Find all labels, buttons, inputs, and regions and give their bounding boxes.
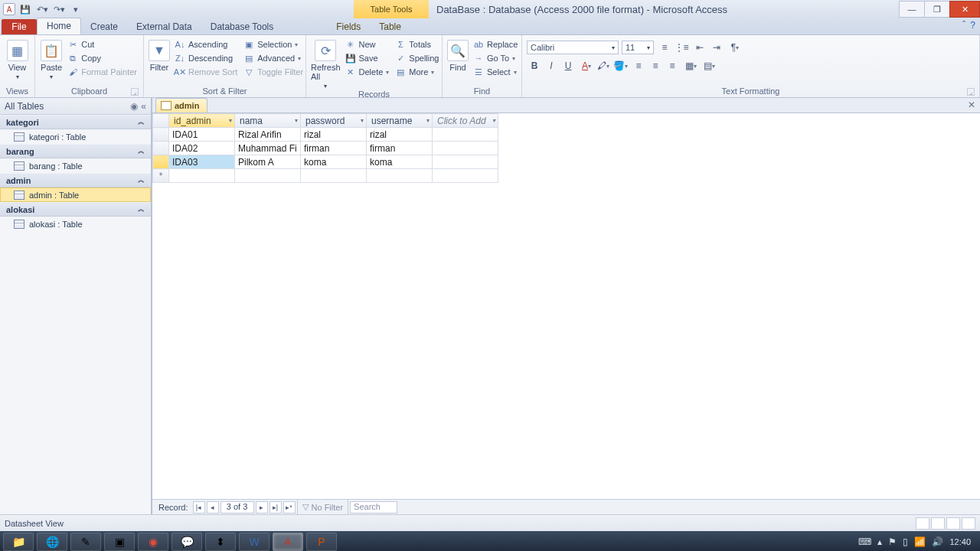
cell[interactable]: rizal bbox=[367, 128, 433, 142]
cell[interactable]: IDA01 bbox=[169, 128, 235, 142]
decrease-indent-button[interactable]: ⇤ bbox=[692, 40, 707, 55]
new-record-nav-button[interactable]: ▸* bbox=[283, 501, 296, 514]
select-all-corner[interactable] bbox=[153, 114, 169, 128]
highlight-button[interactable]: 🖍 bbox=[596, 58, 611, 73]
nav-item[interactable]: alokasi : Table bbox=[0, 217, 151, 231]
cut-button[interactable]: ✂Cut bbox=[66, 38, 139, 51]
column-header-nama[interactable]: nama▾ bbox=[235, 114, 301, 128]
keyboard-icon[interactable]: ⌨ bbox=[858, 536, 871, 547]
remove-sort-button[interactable]: A✕Remove Sort bbox=[173, 66, 239, 78]
gridlines-button[interactable]: ▦ bbox=[683, 58, 698, 73]
alternate-row-button[interactable]: ▤ bbox=[701, 58, 717, 73]
goto-button[interactable]: →Go To bbox=[472, 52, 519, 64]
font-color-button[interactable]: A bbox=[579, 58, 594, 73]
taskbar-app3[interactable]: ⬍ bbox=[205, 533, 236, 551]
tab-database-tools[interactable]: Database Tools bbox=[201, 19, 283, 34]
column-header-username[interactable]: username▾ bbox=[367, 114, 433, 128]
cell[interactable]: firman bbox=[301, 142, 367, 155]
datasheet-view-shortcut[interactable] bbox=[916, 517, 929, 530]
nav-group-kategori[interactable]: kategori︽ bbox=[0, 115, 151, 129]
taskbar-app2[interactable]: ◉ bbox=[138, 533, 168, 551]
paste-button[interactable]: 📋Paste▾ bbox=[40, 37, 63, 80]
column-dropdown-icon[interactable]: ▾ bbox=[361, 117, 364, 124]
close-button[interactable]: ✕ bbox=[949, 1, 980, 18]
datasheet-grid[interactable]: id_admin▾nama▾password▾username▾Click to… bbox=[152, 113, 980, 499]
toggle-filter-button[interactable]: ▽Toggle Filter bbox=[242, 66, 305, 78]
nav-collapse-icon[interactable]: « bbox=[141, 101, 146, 112]
view-button[interactable]: ▦View▾ bbox=[5, 37, 30, 80]
align-left-button[interactable]: ≡ bbox=[631, 58, 646, 73]
save-qat-button[interactable]: 💾 bbox=[18, 2, 32, 16]
format-painter-button[interactable]: 🖌Format Painter bbox=[66, 66, 139, 78]
qat-customize-button[interactable]: ▾ bbox=[69, 2, 83, 16]
fill-color-button[interactable]: 🪣 bbox=[612, 58, 628, 73]
taskbar-powerpoint[interactable]: P bbox=[306, 533, 337, 551]
column-header-id_admin[interactable]: id_admin▾ bbox=[169, 114, 235, 128]
row-selector[interactable] bbox=[153, 142, 169, 155]
nav-header[interactable]: All Tables ◉« bbox=[0, 98, 151, 115]
taskbar-sublime[interactable]: ✎ bbox=[70, 533, 101, 551]
delete-record-button[interactable]: ✕Delete bbox=[344, 66, 391, 78]
cell[interactable] bbox=[433, 128, 498, 142]
ascending-button[interactable]: A↓Ascending bbox=[173, 38, 239, 51]
next-record-button[interactable]: ▸ bbox=[256, 501, 268, 514]
cell[interactable]: Pilkom A bbox=[235, 155, 301, 169]
increase-indent-button[interactable]: ⇥ bbox=[709, 40, 724, 55]
pivotchart-view-shortcut[interactable] bbox=[946, 517, 960, 530]
nav-group-admin[interactable]: admin︽ bbox=[0, 173, 151, 187]
nav-item[interactable]: barang : Table bbox=[0, 158, 151, 173]
align-center-button[interactable]: ≡ bbox=[648, 58, 663, 73]
cell[interactable]: IDA03 bbox=[169, 155, 235, 169]
tab-home[interactable]: Home bbox=[37, 18, 81, 34]
refresh-all-button[interactable]: ⟳Refresh All▾ bbox=[311, 37, 341, 90]
clock[interactable]: 12:40 bbox=[949, 537, 971, 546]
record-position[interactable]: 3 of 3 bbox=[220, 501, 254, 514]
cell[interactable] bbox=[433, 142, 498, 155]
redo-button[interactable]: ↷▾ bbox=[52, 2, 66, 16]
table-row[interactable]: IDA03Pilkom Akomakoma bbox=[153, 155, 498, 169]
flag-icon[interactable]: ⚑ bbox=[888, 536, 897, 547]
tab-table[interactable]: Table bbox=[370, 19, 410, 34]
nav-dropdown-icon[interactable]: ◉ bbox=[130, 101, 138, 112]
table-row[interactable]: IDA01Rizal Arifinrizalrizal bbox=[153, 128, 498, 142]
tab-fields[interactable]: Fields bbox=[327, 19, 370, 34]
selection-button[interactable]: ▣Selection bbox=[242, 38, 305, 51]
tray-arrow-icon[interactable]: ▴ bbox=[877, 536, 882, 547]
table-row[interactable]: IDA02Muhammad Fifirmanfirman bbox=[153, 142, 498, 155]
nav-item[interactable]: kategori : Table bbox=[0, 129, 151, 144]
column-header-add[interactable]: Click to Add▾ bbox=[433, 114, 498, 128]
cell[interactable]: koma bbox=[301, 155, 367, 169]
cell[interactable] bbox=[169, 169, 235, 183]
volume-icon[interactable]: 🔊 bbox=[932, 536, 943, 547]
close-document-icon[interactable]: ✕ bbox=[968, 99, 975, 110]
cell[interactable]: rizal bbox=[301, 128, 367, 142]
numbering-button[interactable]: ⋮≡ bbox=[674, 40, 689, 55]
save-record-button[interactable]: 💾Save bbox=[344, 52, 391, 64]
row-selector[interactable] bbox=[153, 155, 169, 169]
font-size-combo[interactable]: 11▾ bbox=[622, 41, 654, 54]
column-dropdown-icon[interactable]: ▾ bbox=[295, 117, 298, 124]
underline-button[interactable]: U bbox=[560, 58, 576, 73]
cell[interactable]: IDA02 bbox=[169, 142, 235, 155]
more-button[interactable]: ▤More bbox=[394, 66, 440, 78]
bullets-button[interactable]: ≡ bbox=[657, 40, 672, 55]
minimize-ribbon-icon[interactable]: ˆ bbox=[962, 20, 965, 31]
italic-button[interactable]: I bbox=[544, 58, 559, 73]
font-combo[interactable]: Calibri▾ bbox=[527, 41, 619, 54]
totals-button[interactable]: ΣTotals bbox=[394, 38, 440, 51]
tab-file[interactable]: File bbox=[2, 19, 37, 34]
maximize-button[interactable]: ❐ bbox=[924, 1, 950, 18]
row-selector[interactable] bbox=[153, 128, 169, 142]
first-record-button[interactable]: |◂ bbox=[193, 501, 205, 514]
new-row[interactable] bbox=[153, 169, 498, 183]
pivot-view-shortcut[interactable] bbox=[931, 517, 945, 530]
app-icon[interactable]: A bbox=[3, 3, 15, 15]
tab-create[interactable]: Create bbox=[81, 19, 127, 34]
taskbar-word[interactable]: W bbox=[239, 533, 270, 551]
record-search-box[interactable]: Search bbox=[350, 501, 397, 514]
bold-button[interactable]: B bbox=[527, 58, 542, 73]
row-selector[interactable] bbox=[153, 169, 169, 183]
taskbar-chrome[interactable]: 🌐 bbox=[37, 533, 67, 551]
nav-group-barang[interactable]: barang︽ bbox=[0, 144, 151, 158]
text-direction-button[interactable]: ¶ bbox=[727, 40, 743, 55]
